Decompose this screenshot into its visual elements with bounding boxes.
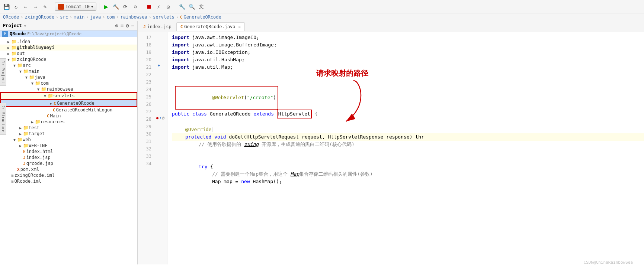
build-icon[interactable]: 🔨 [112,3,120,11]
gerate-label: GerateQRcodeWithLogon [56,107,113,113]
bc-main[interactable]: main [74,14,84,20]
tree-zxingiml[interactable]: m zxingQRcode.iml [0,172,137,178]
indexjsp-label: index.jsp [26,155,51,160]
run-icon[interactable]: ▶ [102,3,110,11]
project-tab[interactable]: 1: Project [0,58,6,86]
gutter-21: ◆ [156,62,167,69]
bc-zxing[interactable]: zxingQRcode [25,14,54,20]
coverage-icon[interactable]: ◎ [164,3,172,11]
refresh-icon[interactable]: ↻ [12,3,20,11]
breadcrumb: QRcode › zxingQRcode › src › main › java… [0,13,644,21]
settings-icon[interactable]: 🔧 [178,3,186,11]
gutter-25 [156,92,167,99]
folder-out-icon: 📁 [11,51,17,56]
tree-resources[interactable]: ▶ 📁 resources [0,119,137,125]
folder-web-icon: 📁 [17,137,23,142]
httpservlet-box: HttpServlet [277,110,312,118]
arrow-webinf: ▶ [18,144,23,148]
line-numbers: 17 18 19 20 21 22 23 24 25 26 27 28 29 3… [138,32,156,264]
back-icon[interactable]: ← [22,3,30,11]
tree-indexjsp[interactable]: J index.jsp [0,154,137,160]
tree-web[interactable]: ▼ 📁 web [0,137,137,143]
tree-main[interactable]: ▼ 📁 main [0,68,137,74]
tree-main-class[interactable]: C Main [0,113,137,119]
bc-qrcode[interactable]: QRcode [3,14,19,20]
bc-java[interactable]: java [90,14,101,20]
profile-icon[interactable]: ⚡ [154,3,163,11]
dropdown-icon[interactable]: ⊙ [131,3,139,11]
stop-icon[interactable]: ■ [145,3,153,11]
root-label: QRcode [10,31,26,36]
java-label: java [35,75,45,80]
tree-servlets[interactable]: ▼ 📁 servlets [0,92,137,100]
save-icon[interactable]: 💾 [2,3,10,11]
folder-resources-icon: 📁 [35,119,41,124]
xml-icon: X [17,167,20,172]
tree-target[interactable]: ▶ 📁 target [0,131,137,137]
servlets-label: servlets [53,93,75,98]
sidebar-menu-icon[interactable]: ≡ [121,23,124,29]
tree-webinf[interactable]: ▶ 📁 WEB-INF [0,143,137,149]
tree-com[interactable]: ▼ 📁 com [0,80,137,86]
tree-test[interactable]: ▶ 📁 test [0,125,137,131]
code-line-33: // 需要创建一个Map集合，用这个 Map集合存储二维码相关的属性(参数) [172,170,644,178]
search-icon[interactable]: 🔍 [188,3,196,11]
ln-33: 33 [141,153,153,160]
tab-generate-java[interactable]: C GenerateQRcode.java ✕ [176,22,245,31]
forward-icon[interactable]: → [31,3,39,11]
bc-src[interactable]: src [60,14,68,20]
code-editor[interactable]: 17 18 19 20 21 22 23 24 25 26 27 28 29 3… [138,32,644,264]
code-line-18: import java.awt.image.BufferedImage; [172,41,644,49]
tree-zxing[interactable]: ▼ 📁 zxingQRcode [0,56,137,62]
tab-close-icon[interactable]: ✕ [238,25,241,29]
gutter-30 [156,129,167,136]
class-main-icon: C [47,114,49,118]
project-dropdown-icon[interactable]: ▼ [24,24,26,28]
webinf-label: WEB-INF [29,143,48,148]
tree-java[interactable]: ▼ 📁 java [0,74,137,80]
tree-qrcodeiml[interactable]: m QRcode.iml [0,178,137,184]
anno-text: @WebServlet [212,95,244,100]
tree-out[interactable]: ▶ 📁 out [0,51,137,56]
code-content[interactable]: import java.awt.image.ImageIO; import ja… [167,32,644,264]
sidebar-gear-icon[interactable]: ⚙ [126,23,129,29]
tree-idea[interactable]: ▶ 📁 .idea [0,39,137,45]
folder-github-icon: 📁 [11,45,17,50]
tree-src[interactable]: ▼ 📁 src [0,62,137,68]
ln-26: 26 [141,101,153,108]
tree-pom[interactable]: X pom.xml [0,166,137,172]
main-class-label: Main [50,113,61,118]
tree-generate[interactable]: ▶ C GenerateQRcode [0,100,137,107]
pencil-icon[interactable]: ✎ [41,3,49,11]
lambda-icon-28: @ [162,116,164,120]
tree-rainbowsea[interactable]: ▼ 📁 rainbowsea [0,86,137,92]
structure-tab[interactable]: 2: Structure [0,103,6,135]
tree-indexhtml[interactable]: H index.html [0,149,137,154]
tomcat-button[interactable]: Tomcat 10 ▼ [55,3,96,11]
sep2 [99,3,99,10]
tree-github[interactable]: ▶ 📁 githubliuyueyi [0,45,137,51]
gutter-26 [156,99,167,107]
bc-servlets[interactable]: servlets [153,14,174,20]
bc-rainbowsea[interactable]: rainbowsea [120,14,147,20]
arrow-main: ▼ [18,69,23,74]
tree-gerate[interactable]: C GerateQRcodeWithLogon [0,107,137,113]
arrow-generate: ▶ [48,101,54,105]
arrow-resources: ▶ [30,120,35,124]
tree-qrcodejsp[interactable]: J qrcode.jsp [0,160,137,166]
test-label: test [29,125,39,130]
reload-icon[interactable]: ⟳ [121,3,129,11]
translate-icon[interactable]: 文 [197,3,205,11]
gutter-18 [156,40,167,47]
bc-com[interactable]: com [107,14,115,20]
tree-root[interactable]: P QRcode E:\Java\project\QRcode [0,30,137,37]
arrow-idea: ▶ [6,40,11,44]
bc-filename: GenerateQRcode [184,14,221,20]
main-label: main [29,69,39,74]
sidebar-minus-icon[interactable]: − [131,23,134,29]
sidebar-globe-icon[interactable]: ⊕ [115,23,118,29]
ln-27: 27 [141,108,153,116]
tab-index-jsp[interactable]: J index.jsp [139,22,176,31]
gutter-34 [156,159,167,166]
override-text: @Override [185,126,211,133]
